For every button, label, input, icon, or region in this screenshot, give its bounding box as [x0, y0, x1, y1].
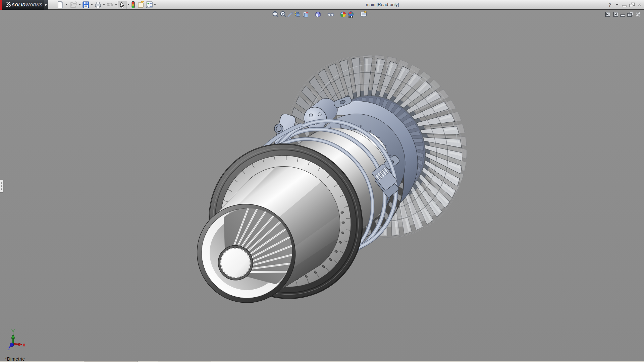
svg-text:?: ? — [608, 2, 611, 8]
